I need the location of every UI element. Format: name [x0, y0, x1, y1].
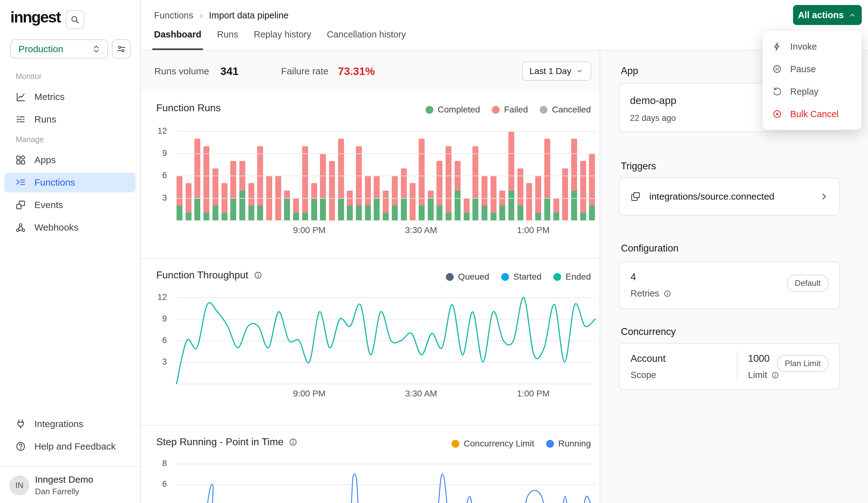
legend-item-running[interactable]: Running — [546, 439, 591, 449]
run-bar — [410, 183, 415, 220]
bar-failed-segment — [230, 161, 236, 198]
concurrency-scope-value: Account — [631, 353, 665, 364]
bar-completed-segment — [419, 206, 425, 220]
run-bar — [239, 161, 245, 220]
legend-item-started[interactable]: Started — [501, 272, 541, 282]
sidebar-item-label: Functions — [34, 177, 75, 188]
sidebar-item-metrics[interactable]: Metrics — [4, 87, 136, 107]
breadcrumb-functions[interactable]: Functions — [154, 10, 194, 21]
bar-failed-segment — [410, 183, 415, 220]
info-icon[interactable] — [288, 438, 298, 447]
menu-item-bulk-cancel[interactable]: Bulk Cancel — [763, 103, 861, 125]
legend-item-concurrency-limit[interactable]: Concurrency Limit — [452, 439, 534, 449]
tab-dashboard[interactable]: Dashboard — [154, 29, 201, 50]
sidebar-item-label: Metrics — [34, 92, 65, 102]
sidebar-item-label: Webhooks — [34, 222, 79, 233]
legend-dot — [426, 106, 433, 114]
run-bar — [455, 161, 461, 220]
bar-completed-segment — [464, 213, 469, 220]
environment-select[interactable]: Production — [10, 39, 108, 59]
bar-failed-segment — [419, 139, 425, 206]
tab-runs[interactable]: Runs — [217, 29, 238, 50]
menu-item-invoke[interactable]: Invoke — [763, 35, 861, 58]
run-bar — [436, 161, 442, 220]
all-actions-menu: InvokePauseReplayBulk Cancel — [762, 31, 862, 130]
legend-dot — [501, 273, 509, 281]
legend-item-completed[interactable]: Completed — [426, 105, 480, 115]
y-axis-tick: 9 — [141, 148, 167, 158]
menu-item-pause[interactable]: Pause — [763, 58, 861, 80]
menu-item-label: Invoke — [790, 42, 817, 52]
section-label-monitor: Monitor — [16, 72, 42, 81]
bar-completed-segment — [482, 206, 487, 220]
legend-item-cancelled[interactable]: Cancelled — [540, 105, 591, 115]
info-icon[interactable] — [663, 289, 672, 298]
sidebar-item-runs[interactable]: Runs — [4, 109, 136, 129]
bar-failed-segment — [293, 198, 299, 213]
bar-completed-segment — [293, 213, 299, 220]
sidebar-footer-items: IntegrationsHelp and Feedback — [4, 414, 136, 456]
all-actions-label: All actions — [798, 10, 844, 20]
tab-replay-history[interactable]: Replay history — [254, 29, 311, 50]
trigger-row[interactable]: integrations/source.connected — [619, 178, 839, 215]
legend-dot — [554, 273, 561, 281]
trigger-event-name: integrations/source.connected — [649, 191, 811, 202]
sidebar-item-apps[interactable]: Apps — [4, 150, 136, 170]
bar-failed-segment — [338, 139, 344, 198]
section-label-manage: Manage — [16, 135, 44, 144]
all-actions-button[interactable]: All actions — [793, 5, 862, 25]
bar-completed-segment — [239, 191, 245, 220]
info-icon[interactable] — [254, 270, 263, 280]
function-throughput-title: Function Throughput — [156, 269, 263, 281]
sidebar-item-label: Apps — [34, 155, 55, 165]
bar-failed-segment — [248, 183, 254, 205]
bar-completed-segment — [554, 213, 559, 220]
bar-failed-segment — [329, 161, 335, 220]
run-bar — [554, 198, 559, 220]
breadcrumb-chevron-icon: › — [200, 10, 203, 21]
sidebar-item-help-and-feedback[interactable]: Help and Feedback — [4, 437, 136, 456]
bar-failed-segment — [490, 176, 496, 213]
menu-item-replay[interactable]: Replay — [763, 80, 861, 103]
legend-item-ended[interactable]: Ended — [554, 272, 591, 282]
run-bar — [311, 183, 317, 220]
breadcrumb: Functions › Import data pipeline — [154, 10, 288, 21]
triggers-heading: Triggers — [621, 161, 656, 172]
search-button[interactable] — [65, 10, 84, 29]
bar-failed-segment — [464, 198, 469, 213]
tab-cancellation-history[interactable]: Cancellation history — [327, 29, 406, 50]
bar-completed-segment — [499, 206, 505, 220]
bar-completed-segment — [204, 213, 209, 220]
sidebar-divider — [0, 466, 140, 467]
sidebar-item-functions[interactable]: Functions — [4, 173, 136, 193]
x-axis-tick: 9:00 PM — [293, 225, 326, 235]
app-name: demo-app — [630, 95, 676, 106]
sidebar-item-webhooks[interactable]: Webhooks — [4, 217, 136, 237]
throughput-line-chart — [177, 297, 595, 384]
info-icon[interactable] — [771, 371, 779, 380]
configuration-heading: Configuration — [621, 243, 678, 254]
retries-card: 4 Retries Default — [619, 261, 840, 309]
y-axis-tick: 12 — [141, 126, 167, 136]
bar-completed-segment — [248, 206, 254, 220]
x-axis-tick: 1:00 PM — [517, 225, 550, 235]
gridline — [177, 131, 595, 132]
run-bar — [580, 161, 586, 220]
legend-item-queued[interactable]: Queued — [446, 272, 489, 282]
run-bar — [589, 153, 595, 220]
bar-completed-segment — [580, 213, 586, 220]
time-range-select[interactable]: Last 1 Day — [522, 62, 591, 81]
user-menu[interactable]: IN Inngest Demo Dan Farrelly — [9, 474, 134, 496]
legend-item-failed[interactable]: Failed — [492, 105, 528, 115]
environment-settings-button[interactable] — [112, 39, 131, 59]
bar-completed-segment — [383, 213, 389, 220]
run-bar — [473, 146, 478, 220]
bar-completed-segment — [589, 206, 595, 220]
bar-failed-segment — [428, 191, 434, 198]
sidebar-item-events[interactable]: Events — [4, 195, 136, 215]
environment-label: Production — [19, 44, 91, 54]
runs-volume-value: 341 — [220, 65, 238, 78]
trigger-card: integrations/source.connected — [619, 177, 840, 216]
sidebar-item-integrations[interactable]: Integrations — [4, 414, 136, 434]
x-axis-tick: 3:30 AM — [405, 225, 437, 235]
